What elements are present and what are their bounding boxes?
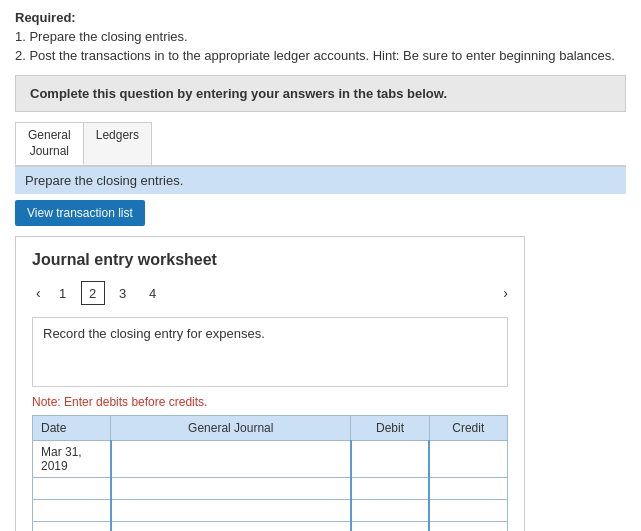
required-section: Required: 1. Prepare the closing entries… [15, 10, 626, 63]
next-page-arrow[interactable]: › [503, 285, 508, 301]
table-row [33, 478, 508, 500]
cell-date-3[interactable] [33, 522, 111, 531]
page-1[interactable]: 1 [51, 281, 75, 305]
cell-date-1[interactable] [33, 478, 111, 500]
page-4[interactable]: 4 [141, 281, 165, 305]
tabs-container: General Journal Ledgers [15, 122, 626, 166]
cell-debit-2[interactable] [351, 500, 429, 522]
entry-description-box: Record the closing entry for expenses. [32, 317, 508, 387]
cell-debit-0[interactable] [351, 441, 429, 478]
prev-page-arrow[interactable]: ‹ [32, 283, 45, 303]
col-header-debit: Debit [351, 416, 429, 441]
journal-table: Date General Journal Debit Credit Mar 31… [32, 415, 508, 531]
step-2: 2. Post the transactions in to the appro… [15, 48, 626, 63]
cell-journal-2[interactable] [111, 500, 351, 522]
cell-debit-1[interactable] [351, 478, 429, 500]
note-text: Note: Enter debits before credits. [32, 395, 508, 409]
pagination: ‹ 1 2 3 4 › [32, 281, 508, 305]
col-header-journal: General Journal [111, 416, 351, 441]
cell-credit-1[interactable] [429, 478, 507, 500]
cell-journal-0[interactable] [111, 441, 351, 478]
instruction-box: Complete this question by entering your … [15, 75, 626, 112]
view-transaction-button[interactable]: View transaction list [15, 200, 145, 226]
entry-description-text: Record the closing entry for expenses. [43, 326, 265, 341]
worksheet-title: Journal entry worksheet [32, 251, 508, 269]
worksheet-card: Journal entry worksheet ‹ 1 2 3 4 › Reco… [15, 236, 525, 531]
instruction-text: Complete this question by entering your … [30, 86, 447, 101]
section-header: Prepare the closing entries. [15, 166, 626, 194]
cell-journal-3[interactable] [111, 522, 351, 531]
col-header-date: Date [33, 416, 111, 441]
table-row [33, 500, 508, 522]
step-1: 1. Prepare the closing entries. [15, 29, 626, 44]
page-3[interactable]: 3 [111, 281, 135, 305]
cell-credit-3[interactable] [429, 522, 507, 531]
page-2[interactable]: 2 [81, 281, 105, 305]
required-label: Required: [15, 10, 626, 25]
cell-debit-3[interactable] [351, 522, 429, 531]
cell-date-0[interactable]: Mar 31, 2019 [33, 441, 111, 478]
table-row: Mar 31, 2019 [33, 441, 508, 478]
tab-general-journal[interactable]: General Journal [15, 122, 84, 165]
col-header-credit: Credit [429, 416, 507, 441]
tab-ledgers[interactable]: Ledgers [83, 122, 152, 165]
cell-date-2[interactable] [33, 500, 111, 522]
cell-credit-0[interactable] [429, 441, 507, 478]
cell-journal-1[interactable] [111, 478, 351, 500]
cell-credit-2[interactable] [429, 500, 507, 522]
table-row [33, 522, 508, 531]
